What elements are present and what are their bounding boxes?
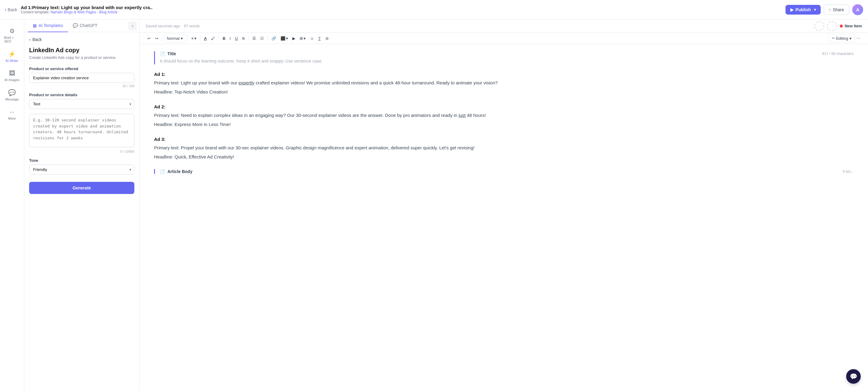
tone-label: Tone xyxy=(29,158,134,163)
left-panel: ▦ AI Templates 💬 ChatGPT › ‹ Back Linked… xyxy=(24,20,140,391)
save-text: Saved seconds ago xyxy=(146,24,180,28)
far-sidebar: ⚙ Brief + SEO ⚡ AI Writer 🖼 AI Images 💬 … xyxy=(0,20,24,391)
sidebar-item-message[interactable]: 💬 Message xyxy=(2,86,23,104)
chat-bubble-icon: 💬 xyxy=(850,373,857,380)
avatar-initials: A xyxy=(856,7,859,12)
underline-word-just: just xyxy=(459,113,466,118)
align-button[interactable]: ≡ ▾ xyxy=(190,34,198,43)
chevron-down-icon: ▾ xyxy=(194,36,196,41)
format-bar: ↩ ↪ Normal ▾ ≡ ▾ A 🖊 B xyxy=(140,33,868,44)
tab-ai-templates[interactable]: ▦ AI Templates xyxy=(28,20,68,32)
ordered-list-button[interactable]: ☷ xyxy=(258,34,266,43)
style-selector[interactable]: Normal ▾ xyxy=(164,34,186,43)
formula-button[interactable]: ∑ xyxy=(316,34,323,43)
ad-1-headline: Headline: Top-Notch Video Creation! xyxy=(154,88,854,95)
content-template: Content template: Narrato Blogs & Web Pa… xyxy=(21,10,152,14)
template-link[interactable]: Narrato Blogs & Web Pages - Blog Article xyxy=(51,10,118,14)
more-icon: ··· xyxy=(857,35,861,41)
bold-button[interactable]: B xyxy=(221,34,227,43)
main-layout: ⚙ Brief + SEO ⚡ AI Writer 🖼 AI Images 💬 … xyxy=(0,20,868,391)
tab-chatgpt[interactable]: 💬 ChatGPT xyxy=(68,20,102,32)
publish-label: Publish xyxy=(796,7,811,12)
ad-3-headline: Headline: Quick, Effective Ad Creativity… xyxy=(154,153,854,161)
toolbar-separator-2 xyxy=(187,35,188,41)
text-color-button[interactable]: A xyxy=(202,34,209,43)
underline-button[interactable]: U xyxy=(233,34,240,43)
more-options-button[interactable]: ··· xyxy=(856,34,862,43)
sidebar-item-label: AI Images xyxy=(5,78,20,82)
topbar-right: ▶ Publish ▾ ↑ Share A xyxy=(785,4,863,15)
back-button[interactable]: ‹ Back xyxy=(5,7,17,12)
table-icon: ⊞ xyxy=(300,36,303,41)
title-label: Title xyxy=(167,51,176,56)
bullet-list-button[interactable]: ☰ xyxy=(250,34,258,43)
share-button[interactable]: ↑ Share xyxy=(824,4,849,15)
highlight-button[interactable]: 🖊 xyxy=(209,34,217,43)
details-label: Product or service details xyxy=(29,92,134,97)
strikethrough-button[interactable]: S xyxy=(240,34,247,43)
publish-icon: ▶ xyxy=(790,7,794,12)
product-field-group: Product or service offered 32 / 150 xyxy=(29,66,134,88)
table-button[interactable]: ⊞ ▾ xyxy=(298,34,308,43)
publish-button[interactable]: ▶ Publish ▾ xyxy=(785,5,821,15)
chat-bubble-button[interactable]: 💬 xyxy=(846,369,861,384)
new-item-dot-icon xyxy=(840,25,843,28)
sidebar-item-more[interactable]: ··· More xyxy=(2,105,23,123)
strikethrough-icon: S xyxy=(242,36,245,41)
play-button[interactable]: ▶ xyxy=(290,34,297,43)
panel-back-button[interactable]: ‹ Back xyxy=(29,37,134,42)
ad-section-1: Ad 1: Primary text: Light up your brand … xyxy=(154,72,854,95)
article-body-doc-icon: 📄 xyxy=(160,169,165,174)
page-title-block: Ad 1:Primary text: Light up your brand w… xyxy=(21,5,152,14)
special-chars-button[interactable]: ⊘ xyxy=(323,34,331,43)
highlight-icon: 🖊 xyxy=(211,36,215,41)
panel-tabs: ▦ AI Templates 💬 ChatGPT › xyxy=(24,20,139,32)
image-button[interactable]: ⬛ ▾ xyxy=(279,34,290,43)
article-body-block: 📄 Article Body 0 wo... xyxy=(154,169,854,174)
panel-content: ‹ Back LinkedIn Ad copy Create LinkedIn … xyxy=(24,32,139,391)
undo-icon: ↩ xyxy=(147,36,151,41)
tab-label: AI Templates xyxy=(38,23,63,28)
pencil-icon: ✏ xyxy=(832,36,835,40)
product-input[interactable] xyxy=(29,73,134,83)
details-textarea[interactable] xyxy=(29,114,134,147)
bold-icon: B xyxy=(223,36,225,41)
underline-icon: U xyxy=(235,36,238,41)
publish-chevron-icon: ▾ xyxy=(814,7,816,12)
details-type-select[interactable]: Text xyxy=(29,99,134,109)
ad-2-primary: Primary text: Need to explain complex id… xyxy=(154,112,854,119)
formula-icon: ∑ xyxy=(318,36,321,41)
title-placeholder[interactable]: It should focus on the learning outcome.… xyxy=(160,58,854,64)
undo-button[interactable]: ↩ xyxy=(146,34,153,43)
link-button[interactable]: 🔗 xyxy=(270,34,278,43)
ad-section-3: Ad 3: Primary text: Propel your brand wi… xyxy=(154,137,854,161)
style-label: Normal xyxy=(167,36,180,41)
panel-collapse-button[interactable]: › xyxy=(128,22,137,30)
italic-icon: I xyxy=(229,36,231,41)
sidebar-item-label: Message xyxy=(5,97,19,101)
collapse-icon: › xyxy=(132,23,133,28)
redo-button[interactable]: ↪ xyxy=(153,34,160,43)
more-icon: ··· xyxy=(9,108,14,115)
sidebar-item-ai-images[interactable]: 🖼 AI Images xyxy=(2,67,23,85)
ad-3-primary: Primary text: Propel your brand with our… xyxy=(154,144,854,151)
italic-button[interactable]: I xyxy=(228,34,232,43)
generate-button[interactable]: Generate xyxy=(29,182,134,194)
tab-label: ChatGPT xyxy=(80,23,97,28)
chevron-down-icon: ▾ xyxy=(286,36,288,41)
sidebar-item-ai-writer[interactable]: ⚡ AI Writer xyxy=(2,47,23,65)
chevron-down-icon: ▾ xyxy=(304,36,306,41)
editor-area: Saved seconds ago 97 words New Item ↩ ↪ xyxy=(140,20,868,391)
sidebar-item-label: AI Writer xyxy=(5,59,19,62)
sidebar-item-brief-seo[interactable]: ⚙ Brief + SEO xyxy=(2,24,23,46)
article-body-meta: 📄 Article Body 0 wo... xyxy=(160,169,854,174)
ad-2-label: Ad 2: xyxy=(154,104,854,109)
toolbar-separator-3 xyxy=(200,35,200,41)
ghost-avatar xyxy=(814,21,824,31)
avatar[interactable]: A xyxy=(852,4,863,15)
toolbar-separator-6 xyxy=(268,35,268,41)
emoji-button[interactable]: ☺ xyxy=(308,34,316,43)
new-item-button[interactable]: New Item xyxy=(840,24,862,28)
editing-badge[interactable]: ✏ Editing ▾ xyxy=(829,34,855,43)
tone-select[interactable]: Friendly Professional Casual Formal Humo… xyxy=(29,165,134,174)
